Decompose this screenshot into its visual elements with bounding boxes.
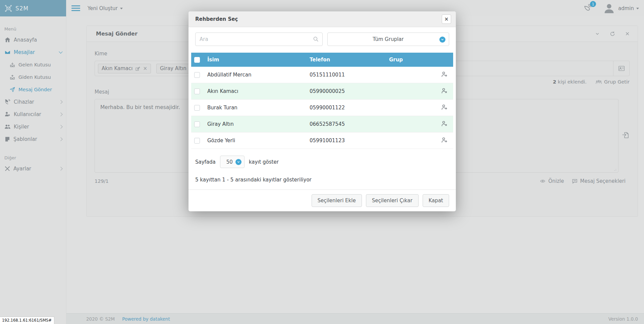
select-all-checkbox[interactable] (194, 57, 200, 63)
table-body: Abdüllatif Mercan 05151110011 (191, 67, 453, 149)
search-icon (313, 36, 319, 42)
chevron-down-circle-icon (439, 37, 445, 43)
user-plus-icon (441, 104, 448, 111)
chevron-down-circle-icon (235, 159, 241, 165)
search-input[interactable] (195, 33, 323, 46)
group-filter-value: Tüm Gruplar (373, 36, 404, 42)
pagination-prefix: Sayfada (195, 159, 216, 165)
row-checkbox[interactable] (194, 72, 200, 78)
rehberden-sec-modal: Rehberden Seç × Tüm Gruplar İsim Telefo (189, 11, 456, 211)
contact-phone: 05990001122 (310, 105, 360, 111)
table-row: Gözde Yerli 05991001123 (191, 132, 453, 149)
contact-name: Akın Kamacı (204, 88, 310, 94)
modal-close-button[interactable]: × (442, 14, 451, 24)
row-checkbox[interactable] (194, 138, 200, 144)
add-contact-button[interactable] (441, 137, 448, 145)
contacts-table: İsim Telefon Grup Abdüllatif Mercan 0515… (191, 53, 453, 149)
contact-phone: 06652587545 (310, 121, 360, 127)
user-x-icon (441, 120, 448, 127)
contact-name: Gözde Yerli (204, 138, 310, 144)
contact-phone: 05991001123 (310, 138, 360, 144)
column-header-phone: Telefon (310, 57, 360, 63)
pagination-controls: Sayfada 50 kayıt göster (195, 156, 449, 168)
row-checkbox[interactable] (194, 121, 200, 127)
table-row: Abdüllatif Mercan 05151110011 (191, 67, 453, 83)
browser-status-url: 192.168.1.61:6161/SMS# (0, 317, 54, 324)
add-contact-button[interactable] (441, 71, 448, 79)
close-button[interactable]: Kapat (423, 194, 449, 207)
contact-name: Abdüllatif Mercan (204, 72, 310, 78)
add-contact-button[interactable] (441, 104, 448, 112)
close-icon: × (444, 16, 449, 22)
row-checkbox[interactable] (194, 89, 200, 94)
page-size-select[interactable]: 50 (220, 156, 245, 168)
add-selected-button[interactable]: Seçilenleri Ekle (312, 194, 362, 207)
contact-name: Burak Turan (204, 105, 310, 111)
remove-selected-button[interactable]: Seçilenleri Çıkar (366, 194, 419, 207)
group-filter-select[interactable]: Tüm Gruplar (327, 33, 449, 46)
user-x-icon (441, 87, 448, 94)
table-row: Burak Turan 05990001122 (191, 100, 453, 116)
page-size-value: 50 (226, 159, 233, 165)
pagination-suffix: kayıt göster (249, 159, 279, 165)
table-header-row: İsim Telefon Grup (191, 53, 453, 67)
pagination-info: 5 kayıttan 1 - 5 arasındaki kayıtlar gös… (195, 177, 449, 190)
remove-contact-button[interactable] (441, 120, 448, 128)
contact-phone: 05151110011 (310, 72, 360, 78)
user-plus-icon (441, 71, 448, 78)
column-header-group: Grup (360, 57, 432, 63)
remove-contact-button[interactable] (441, 87, 448, 96)
row-checkbox[interactable] (194, 105, 200, 111)
table-row: Giray Altın 06652587545 (191, 116, 453, 132)
table-row: Akın Kamacı 05990000025 (191, 83, 453, 100)
user-plus-icon (441, 137, 448, 144)
column-header-name: İsim (204, 57, 310, 63)
modal-title: Rehberden Seç (195, 16, 238, 22)
contact-name: Giray Altın (204, 121, 310, 127)
contact-phone: 05990000025 (310, 88, 360, 94)
